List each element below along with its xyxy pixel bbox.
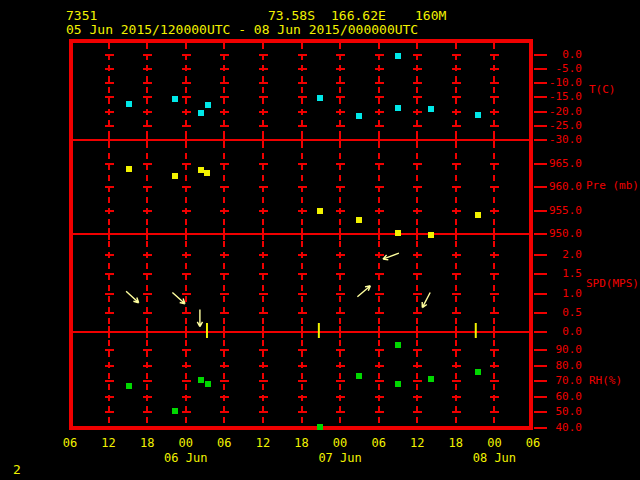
page-number: 2 [13,463,21,476]
wind-arrow [357,286,370,297]
wind-arrow [422,293,430,308]
wind-arrow [383,253,399,260]
wind-arrow [172,292,185,303]
wind-vector-layer [0,0,640,480]
wind-arrow [197,310,202,327]
meteogram-screen: 7351 73.58S 166.62E 160M 05 Jun 2015/120… [0,0,640,480]
wind-arrow [126,291,139,302]
